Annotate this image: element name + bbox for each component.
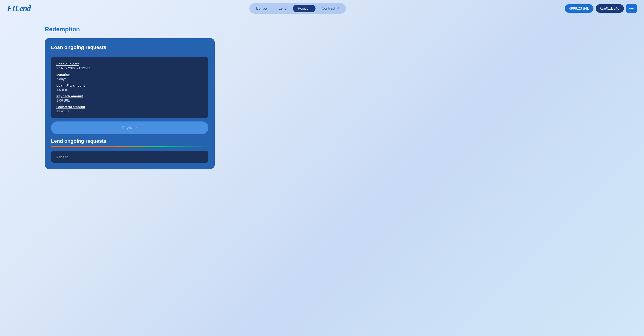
payback-button[interactable]: Payback [51, 122, 208, 134]
nav-borrow[interactable]: Borrow [251, 5, 272, 12]
nav-lend[interactable]: Lend [274, 5, 292, 12]
lender-label: Lender [56, 155, 203, 159]
balance-badge: 4998.23 tFIL [564, 4, 594, 13]
loan-due-date-value: 27 Nov 2022 21:22:47 [56, 66, 203, 70]
page-title: Redemption [45, 26, 599, 33]
wallet-address-button[interactable]: 0xe0...E340 [596, 4, 624, 13]
loan-info-box: Loan due date 27 Nov 2022 21:22:47 Durat… [51, 57, 208, 118]
lend-section: Lend ongoing requests Lender [51, 138, 208, 163]
payback-amount-label: Payback amount [56, 94, 203, 98]
app-logo: FILend [7, 4, 31, 13]
nav-position[interactable]: Position [293, 5, 316, 12]
duration-label: Duration [56, 73, 203, 77]
loan-amount-label: Loan tFIL amount [56, 84, 203, 87]
loan-card-title: Loan ongoing requests [51, 45, 208, 50]
more-menu-button[interactable]: ••• [626, 4, 637, 13]
lend-divider [51, 146, 208, 147]
lend-card-title: Lend ongoing requests [51, 138, 208, 144]
loan-divider [51, 53, 208, 53]
lender-box: Lender [51, 151, 208, 163]
collateral-amount-value: 11 wETH [56, 109, 203, 113]
main-nav: Borrow Lend Position Contract ↗ [249, 3, 346, 14]
header-right: 4998.23 tFIL 0xe0...E340 ••• [564, 4, 637, 13]
loan-due-date-label: Loan due date [56, 62, 203, 66]
payback-amount-value: 1.06 tFIL [56, 98, 203, 102]
collateral-amount-label: Collateral amount [56, 105, 203, 109]
duration-value: 7 days [56, 77, 203, 81]
loan-amount-value: 1.0 tFIL [56, 88, 203, 92]
loan-card: Loan ongoing requests Loan due date 27 N… [45, 38, 215, 169]
nav-contract[interactable]: Contract ↗ [317, 5, 344, 12]
